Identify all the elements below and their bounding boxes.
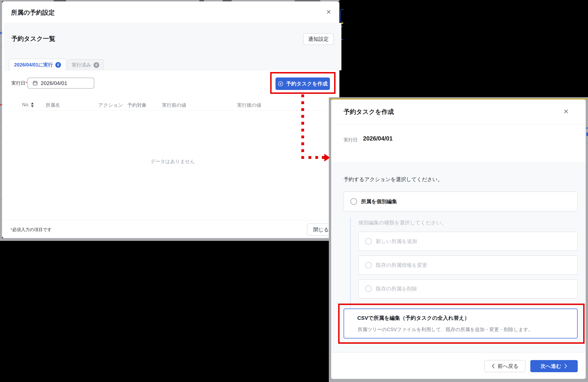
back-button-label: 前へ戻る [498, 363, 519, 370]
page-fragment [586, 128, 588, 129]
arrow-dot [301, 122, 304, 125]
reservation-settings-modal: 所属の予約設定 予約タスク一覧 通知設定 2026/04/01に実行 0 実行済… [2, 1, 339, 238]
required-note: *必須入力の項目です [11, 227, 52, 233]
page-fragment [0, 121, 2, 122]
arrow-dot [301, 135, 304, 138]
chevron-right-icon [564, 363, 567, 369]
close-icon[interactable] [325, 9, 332, 15]
close-button-label: 閉じる [313, 226, 329, 233]
page-fragment [587, 133, 588, 136]
tab-label: 2026/04/01に実行 [14, 62, 53, 68]
exec-date-label: 実行日* [11, 80, 27, 86]
radio-unselected-icon[interactable] [350, 198, 357, 205]
arrow-dot [301, 149, 304, 152]
sub-option-prompt: 個別編集の種類を選択してください。 [358, 219, 446, 226]
empty-state-text: データはありません [4, 158, 341, 165]
column-header-department: 所属名 [45, 102, 60, 109]
column-header-target: 予約対象 [127, 102, 147, 109]
arrow-dot [301, 142, 304, 145]
page-fragment [0, 104, 2, 106]
option-delete-department[interactable]: 既存の所属を削除 [358, 279, 578, 298]
exec-date-value: 2026/04/01 [41, 80, 67, 86]
arrow-head [324, 154, 330, 161]
page-fragment [54, 0, 66, 1]
arrow-dot [315, 156, 318, 159]
required-asterisk: * [11, 227, 12, 232]
page-fragment [0, 168, 2, 168]
option-csv-edit[interactable] [344, 309, 578, 338]
required-asterisk: * [25, 80, 27, 86]
arrow-dot [301, 94, 304, 97]
action-prompt: 予約するアクションを選択してください。 [344, 176, 443, 183]
back-button[interactable]: 前へ戻る [484, 360, 525, 372]
calendar-icon [32, 80, 38, 86]
column-header-value-before: 実行前の値 [162, 102, 186, 109]
page-fragment [223, 0, 232, 1]
option-individual-edit[interactable]: 所属を個別編集 [344, 192, 578, 211]
tab-count-badge: 0 [94, 62, 99, 68]
radio-disabled-icon [365, 238, 372, 245]
page-fragment [0, 32, 2, 34]
close-icon[interactable] [563, 108, 569, 115]
create-task-button[interactable]: 予約タスクを作成 [275, 77, 330, 90]
chevron-left-icon [491, 363, 495, 369]
modal-title: 所属の予約設定 [11, 8, 55, 17]
exec-date-input[interactable]: 2026/04/01 [27, 78, 94, 89]
arrow-dot [301, 115, 304, 118]
tab-executed[interactable]: 実行済み 0 [67, 59, 104, 70]
page-fragment [0, 47, 2, 47]
radio-disabled-icon [365, 262, 372, 269]
page-fragment [586, 143, 588, 144]
arrow-dot [301, 129, 304, 132]
create-task-label: 予約タスクを作成 [286, 80, 328, 87]
page-fragment [0, 67, 2, 67]
screenshot-canvas: 所属の予約設定 予約タスク一覧 通知設定 2026/04/01に実行 0 実行済… [0, 0, 588, 382]
page-bottom-edge-strip [0, 238, 339, 241]
option-label: 新しい所属を追加 [376, 238, 417, 245]
notification-settings-label: 通知設定 [308, 36, 329, 43]
tab-count-badge: 0 [55, 62, 61, 68]
column-header-value-after: 実行後の値 [237, 102, 261, 109]
exec-date-value: 2026/04/01 [363, 135, 393, 142]
next-button-label: 次へ進む [541, 363, 561, 370]
notification-settings-button[interactable]: 通知設定 [303, 33, 334, 45]
option-label: 既存の所属情報を変更 [376, 262, 427, 269]
task-list-title: 予約タスク一覧 [11, 34, 55, 43]
column-header-action: アクション [98, 102, 123, 109]
page-fragment [0, 81, 2, 81]
arrow-dot [301, 108, 304, 111]
page-fragment [0, 137, 2, 137]
csv-option-description: 所属ツリーのCSVファイルを利用して、既存の所属を追加・変更・削除します。 [357, 326, 533, 333]
page-top-edge-strip [0, 0, 339, 1]
page-fragment [340, 9, 344, 22]
page-fragment [295, 0, 320, 1]
page-fragment [0, 221, 2, 221]
exec-date-label: 実行日 [344, 137, 357, 143]
modal-title: 予約タスクを作成 [344, 108, 394, 116]
option-label: 所属を個別編集 [361, 198, 397, 205]
arrow-dot [301, 101, 304, 104]
csv-option-label: CSVで所属を編集（予約タスクの全入れ替え） [357, 315, 469, 322]
create-task-screenshot-panel: 予約タスクを作成 実行日 2026/04/01 予約するアクションを選択してくだ… [329, 97, 588, 382]
arrow-dot [301, 156, 304, 159]
arrow-dot [309, 156, 311, 159]
table-header-divider [8, 110, 336, 111]
option-add-department[interactable]: 新しい所属を追加 [358, 232, 578, 251]
next-button[interactable]: 次へ進む [530, 360, 578, 372]
tab-label: 実行済み [72, 62, 91, 68]
option-label: 既存の所属を削除 [376, 285, 417, 292]
option-change-department[interactable]: 既存の所属情報を変更 [358, 255, 578, 275]
create-task-modal: 予約タスクを作成 実行日 2026/04/01 予約するアクションを選択してくだ… [331, 99, 586, 379]
plus-circle-icon [278, 81, 284, 87]
radio-disabled-icon [365, 286, 372, 292]
sort-icon[interactable] [31, 102, 34, 108]
page-fragment [199, 0, 204, 1]
page-fragment [0, 199, 2, 200]
tab-scheduled[interactable]: 2026/04/01に実行 0 [9, 59, 66, 71]
page-left-edge-strip [0, 1, 2, 241]
column-header-no[interactable]: No. [22, 102, 30, 108]
